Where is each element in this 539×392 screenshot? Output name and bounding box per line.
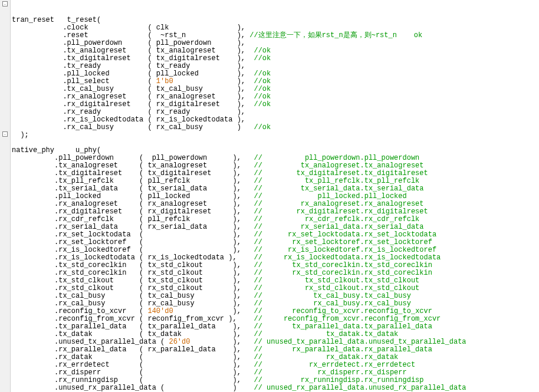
- comment-text: // rx_cdr_refclk.rx_cdr_refclk: [254, 215, 419, 223]
- comment-text: // rx_datak.rx_datak: [254, 353, 398, 361]
- editor-gutter: --: [0, 0, 11, 392]
- comment-text: // unused_tx_parallel_data.unused_tx_par…: [254, 338, 466, 346]
- code-text: ),: [173, 77, 254, 85]
- code-text: .rx_cal_busy ( rx_cal_busy ): [12, 123, 254, 131]
- comment-text: // rx_serial_data.rx_serial_data: [254, 223, 423, 231]
- code-text: .rx_datak ( ),: [12, 353, 254, 361]
- code-text: .rx_is_lockedtodata ( rx_is_lockedtodata…: [12, 253, 254, 262]
- code-text: .tx_digitalreset ( tx_digitalreset ),: [12, 54, 254, 62]
- code-line: .unused_rx_parallel_data ( ) // unused_r…: [12, 384, 466, 392]
- code-text: );: [12, 131, 29, 139]
- comment-text: // rx_set_locktoref.rx_set_locktoref: [254, 238, 432, 246]
- comment-text: //ok: [254, 47, 271, 55]
- comment-text: // rx_parallel_data.rx_parallel_data: [254, 345, 432, 354]
- code-text: .rx_digitalreset ( rx_digitalreset ),: [12, 100, 254, 108]
- code-line: .rx_cal_busy ( rx_cal_busy ) //ok: [12, 124, 466, 131]
- code-text: .clock ( clk ),: [12, 24, 245, 32]
- numeric-literal: 1'b0: [156, 77, 173, 85]
- comment-text: // rx_runningdisp.rx_runningdisp: [254, 376, 423, 384]
- code-text: .rx_errdetect ( ),: [12, 361, 254, 369]
- comment-text: //ok: [254, 93, 271, 101]
- code-area: tran_reset t_reset( .clock ( clk ), .res…: [12, 1, 466, 392]
- comment-text: //ok: [254, 100, 271, 108]
- code-text: .tx_ready ( tx_ready ),: [12, 62, 245, 70]
- comment-text: // rx_errdetect.rx_errdetect: [254, 361, 415, 369]
- comment-text: // rx_digitalreset.rx_digitalreset: [254, 207, 428, 216]
- code-text: ),: [173, 307, 254, 315]
- comment-text: // rx_is_lockedtodata.rx_is_lockedtodata: [254, 253, 441, 262]
- comment-text: // tx_cal_busy.tx_cal_busy: [254, 292, 410, 300]
- comment-text: // tx_std_clkout.tx_std_clkout: [254, 276, 419, 285]
- comment-text: // tx_std_coreclkin.tx_std_coreclkin: [254, 261, 432, 269]
- comment-text: // unused_rx_parallel_data.unused_rx_par…: [254, 384, 466, 392]
- code-text: .rx_is_lockedtoref ( ),: [12, 246, 254, 254]
- code-text: .tx_parallel_data ( tx_parallel_data ),: [12, 322, 254, 331]
- numeric-literal: 140'd0: [147, 307, 173, 315]
- code-text: .tx_pll_refclk ( pll_refclk ),: [12, 177, 254, 185]
- code-text: .rx_parallel_data ( rx_parallel_data ),: [12, 345, 254, 354]
- code-text: .tx_std_coreclkin ( tx_std_clkout ),: [12, 261, 254, 269]
- comment-text: // tx_pll_refclk.tx_pll_refclk: [254, 177, 419, 185]
- code-text: .reconfig_from_xcvr ( reconfig_from_xcvr…: [12, 315, 254, 323]
- code-text: .unused_rx_parallel_data ( ): [12, 384, 254, 392]
- comment-text: // tx_parallel_data.tx_parallel_data: [254, 322, 432, 331]
- comment-text: // rx_is_lockedtoref.rx_is_lockedtoref: [254, 246, 436, 254]
- fold-toggle[interactable]: -: [2, 1, 8, 6]
- code-text: .tx_cal_busy ( tx_cal_busy ),: [12, 85, 254, 93]
- code-text: tran_reset t_reset(: [12, 16, 101, 24]
- code-text: .rx_serial_data ( rx_serial_data ),: [12, 223, 254, 231]
- code-text: .rx_digitalreset ( rx_digitalreset ),: [12, 207, 254, 216]
- code-text: .rx_analogreset ( rx_analogreset ),: [12, 200, 254, 208]
- code-text: .rx_std_clkout ( rx_std_clkout ),: [12, 284, 254, 292]
- comment-text: // rx_set_locktodata.rx_set_locktodata: [254, 230, 436, 239]
- code-text: .tx_digitalreset ( tx_digitalreset ),: [12, 169, 254, 177]
- numeric-literal: 26'd0: [169, 338, 190, 346]
- code-text: .pll_powerdown ( pll_powerdown ),: [12, 154, 254, 162]
- comment-text: // reconfig_from_xcvr.reconfig_from_xcvr: [254, 315, 441, 323]
- code-text: .tx_cal_busy ( tx_cal_busy ),: [12, 292, 254, 300]
- comment-text: // tx_datak.tx_datak: [254, 330, 398, 338]
- code-text: .tx_datak ( tx_datak ),: [12, 330, 254, 338]
- code-text: .tx_analogreset ( tx_analogreset ),: [12, 162, 254, 170]
- comment-text: // rx_disperr.rx_disperr: [254, 368, 406, 377]
- code-text: .rx_set_locktodata ( ),: [12, 230, 254, 239]
- code-text: native_phy u_phy(: [12, 146, 101, 154]
- code-text: .reset ( ~rst_n ),: [12, 31, 249, 39]
- code-text: .tx_serial_data ( tx_serial_data ),: [12, 185, 254, 193]
- code-text: .rx_cdr_refclk ( pll_refclk ),: [12, 215, 254, 223]
- comment-text: // pll_locked.pll_locked: [254, 192, 406, 200]
- fold-toggle[interactable]: -: [2, 131, 8, 137]
- comment-text: //ok: [254, 54, 271, 62]
- code-text: .rx_disperr ( ),: [12, 368, 254, 377]
- comment-text: // rx_analogreset.rx_analogreset: [254, 200, 423, 208]
- code-text: .tx_analogreset ( tx_analogreset ),: [12, 47, 254, 55]
- code-text: .pll_powerdown ( pll_powerdown ),: [12, 39, 245, 47]
- code-text: .rx_cal_busy ( rx_cal_busy ),: [12, 299, 254, 308]
- comment-text: // rx_std_coreclkin.rx_std_coreclkin: [254, 269, 432, 277]
- code-text: .rx_ready ( rx_ready ),: [12, 108, 245, 116]
- code-text: ),: [190, 338, 254, 346]
- comment-text: // tx_analogreset.tx_analogreset: [254, 162, 423, 170]
- code-text: .pll_select (: [12, 77, 156, 85]
- code-text: .pll_locked ( pll_locked ),: [12, 70, 254, 78]
- comment-text: //ok: [254, 85, 271, 93]
- comment-text: // rx_std_clkout.rx_std_clkout: [254, 284, 419, 292]
- code-text: .rx_runningdisp ( ),: [12, 376, 254, 384]
- comment-text: // rx_cal_busy.rx_cal_busy: [254, 299, 410, 308]
- comment-text: //ok: [254, 123, 271, 131]
- comment-text: // tx_digitalreset.tx_digitalreset: [254, 169, 428, 177]
- comment-text: // tx_serial_data.tx_serial_data: [254, 185, 423, 193]
- code-text: .rx_std_coreclkin ( rx_std_clkout ),: [12, 269, 254, 277]
- code-text: .reconfig_to_xcvr (: [12, 307, 147, 315]
- code-line: );: [12, 131, 466, 139]
- code-text: .rx_is_lockedtodata ( rx_is_lockedtodata…: [12, 116, 245, 124]
- code-text: .rx_set_locktoref ( ),: [12, 238, 254, 246]
- code-text: .unused_tx_parallel_data (: [12, 338, 169, 346]
- comment-text: //ok: [254, 70, 271, 78]
- code-text: .pll_locked ( pll_locked ),: [12, 192, 254, 200]
- comment-text: // pll_powerdown.pll_powerdown: [254, 154, 419, 162]
- comment-text: //ok: [254, 77, 271, 85]
- comment-text: // reconfig_to_xcvr.reconfig_to_xcvr: [254, 307, 432, 315]
- code-text: .tx_std_clkout ( tx_std_clkout ),: [12, 276, 254, 285]
- comment-text: //这里注意一下，如果rst_n是高，则~rst_n ok: [249, 31, 422, 39]
